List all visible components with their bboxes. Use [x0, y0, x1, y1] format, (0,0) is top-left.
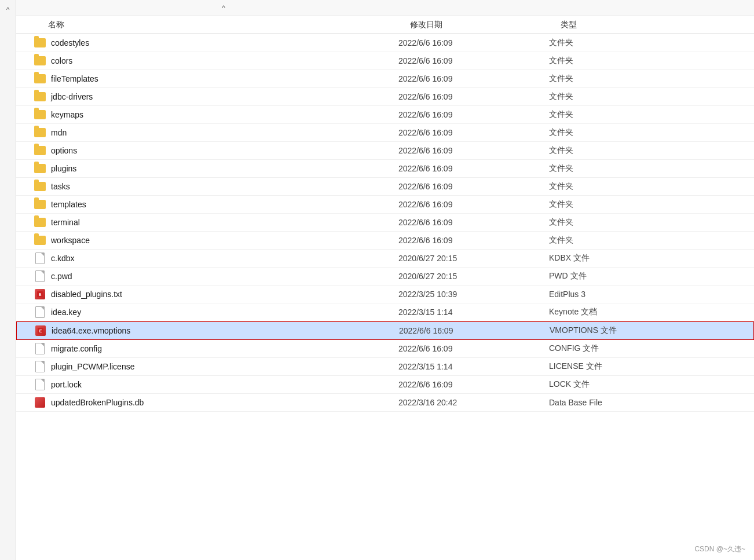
column-type-header[interactable]: 类型 [561, 20, 754, 30]
file-name: fileTemplates [51, 74, 398, 83]
table-row[interactable]: migrate.config 2022/6/6 16:09 CONFIG 文件 [16, 340, 754, 358]
file-name: keymaps [51, 110, 398, 119]
file-date: 2022/6/6 16:09 [399, 326, 550, 335]
file-type: Data Base File [549, 398, 754, 407]
file-icon-wrapper [34, 270, 46, 282]
table-row[interactable]: c.pwd 2020/6/27 20:15 PWD 文件 [16, 268, 754, 286]
table-row[interactable]: options 2022/6/6 16:09 文件夹 [16, 142, 754, 160]
file-name: disabled_plugins.txt [51, 290, 398, 299]
folder-icon [34, 236, 46, 245]
file-name: terminal [51, 218, 398, 227]
table-row[interactable]: codestyles 2022/6/6 16:09 文件夹 [16, 34, 754, 52]
table-row[interactable]: colors 2022/6/6 16:09 文件夹 [16, 52, 754, 70]
file-date: 2022/6/6 16:09 [398, 164, 549, 173]
file-icon [35, 343, 45, 354]
column-name-header[interactable]: 名称 [16, 20, 410, 30]
file-icon-wrapper [34, 73, 46, 85]
file-type: 文件夹 [549, 235, 754, 246]
db-icon [35, 397, 45, 408]
file-type: 文件夹 [549, 199, 754, 210]
folder-icon [34, 164, 46, 173]
file-name: idea.key [51, 308, 398, 317]
table-row[interactable]: plugin_PCWMP.license 2022/3/15 1:14 LICE… [16, 358, 754, 376]
file-date: 2022/6/6 16:09 [398, 56, 549, 65]
file-date: 2022/6/6 16:09 [398, 146, 549, 155]
file-icon-wrapper [34, 252, 46, 264]
file-date: 2020/6/27 20:15 [398, 272, 549, 281]
file-icon [35, 252, 45, 264]
table-row[interactable]: keymaps 2022/6/6 16:09 文件夹 [16, 106, 754, 124]
file-type: 文件夹 [549, 217, 754, 228]
file-type: 文件夹 [549, 91, 754, 102]
file-icon-wrapper [34, 145, 46, 156]
folder-icon [34, 38, 46, 47]
folder-icon [34, 56, 46, 65]
table-row[interactable]: jdbc-drivers 2022/6/6 16:09 文件夹 [16, 88, 754, 106]
file-icon-wrapper [34, 127, 46, 138]
table-row[interactable]: updatedBrokenPlugins.db 2022/3/16 20:42 … [16, 394, 754, 412]
sort-ascending-arrow: ^ [222, 3, 225, 12]
file-type: 文件夹 [549, 127, 754, 138]
file-icon-wrapper [34, 109, 46, 120]
file-date: 2022/3/16 20:42 [398, 398, 549, 407]
file-type: LOCK 文件 [549, 379, 754, 390]
file-icon-wrapper [34, 37, 46, 49]
file-list: codestyles 2022/6/6 16:09 文件夹 colors 202… [16, 34, 754, 412]
svg-text:E: E [39, 292, 42, 297]
file-icon-wrapper [34, 397, 46, 408]
file-date: 2020/6/27 20:15 [398, 254, 549, 263]
file-date: 2022/6/6 16:09 [398, 236, 549, 245]
folder-icon [34, 182, 46, 191]
file-name: workspace [51, 236, 398, 245]
file-icon-wrapper: E [34, 288, 46, 300]
folder-icon [34, 110, 46, 119]
file-date: 2022/6/6 16:09 [398, 110, 549, 119]
table-row[interactable]: E idea64.exe.vmoptions 2022/6/6 16:09 VM… [16, 321, 754, 340]
file-name: c.pwd [51, 272, 398, 281]
folder-icon [34, 146, 46, 155]
file-type: 文件夹 [549, 74, 754, 84]
table-row[interactable]: terminal 2022/6/6 16:09 文件夹 [16, 214, 754, 232]
file-icon [35, 306, 45, 318]
file-type: PWD 文件 [549, 271, 754, 281]
file-date: 2022/6/6 16:09 [398, 344, 549, 353]
file-icon-wrapper [34, 91, 46, 103]
table-row[interactable]: c.kdbx 2020/6/27 20:15 KDBX 文件 [16, 250, 754, 268]
file-icon-wrapper [34, 343, 46, 354]
file-name: colors [51, 56, 398, 65]
file-name: plugin_PCWMP.license [51, 362, 398, 371]
file-date: 2022/6/6 16:09 [398, 380, 549, 389]
table-row[interactable]: E disabled_plugins.txt 2022/3/25 10:39 E… [16, 286, 754, 303]
file-icon-wrapper [34, 361, 46, 372]
file-type: 文件夹 [549, 38, 754, 48]
table-row[interactable]: templates 2022/6/6 16:09 文件夹 [16, 196, 754, 214]
file-name: idea64.exe.vmoptions [52, 326, 399, 335]
file-name: updatedBrokenPlugins.db [51, 398, 398, 407]
file-date: 2022/3/15 1:14 [398, 362, 549, 371]
file-type: KDBX 文件 [549, 253, 754, 263]
table-row[interactable]: tasks 2022/6/6 16:09 文件夹 [16, 178, 754, 196]
sidebar: ^ [0, 0, 16, 560]
table-row[interactable]: plugins 2022/6/6 16:09 文件夹 [16, 160, 754, 178]
table-row[interactable]: idea.key 2022/3/15 1:14 Keynote 文档 [16, 303, 754, 321]
table-row[interactable]: workspace 2022/6/6 16:09 文件夹 [16, 232, 754, 250]
file-type: LICENSE 文件 [549, 361, 754, 372]
folder-icon [34, 74, 46, 83]
table-row[interactable]: port.lock 2022/6/6 16:09 LOCK 文件 [16, 376, 754, 394]
file-date: 2022/3/25 10:39 [398, 290, 549, 299]
file-icon-wrapper [34, 217, 46, 228]
table-row[interactable]: fileTemplates 2022/6/6 16:09 文件夹 [16, 70, 754, 88]
file-date: 2022/6/6 16:09 [398, 218, 549, 227]
vmoptions-icon: E [35, 325, 46, 336]
file-name: mdn [51, 128, 398, 137]
file-type: VMOPTIONS 文件 [550, 325, 753, 336]
folder-icon [34, 128, 46, 137]
file-date: 2022/6/6 16:09 [398, 182, 549, 191]
table-row[interactable]: mdn 2022/6/6 16:09 文件夹 [16, 124, 754, 142]
sidebar-collapse-arrow[interactable]: ^ [6, 6, 10, 14]
file-date: 2022/6/6 16:09 [398, 74, 549, 83]
file-type: 文件夹 [549, 109, 754, 120]
column-date-header[interactable]: 修改日期 [410, 20, 561, 30]
file-explorer: ^ ^ 名称 修改日期 类型 codestyles 2022/6/6 16:09… [0, 0, 754, 560]
svg-text:E: E [39, 329, 42, 333]
